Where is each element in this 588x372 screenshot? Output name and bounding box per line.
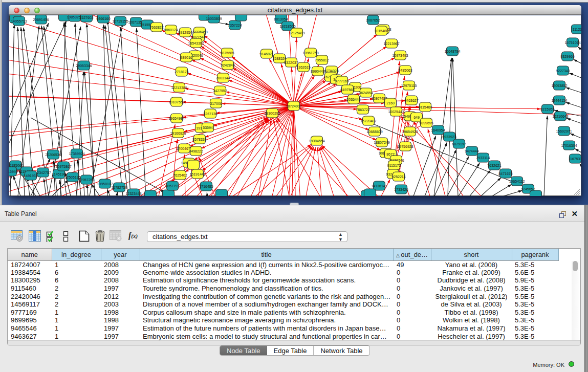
svg-text:18724007: 18724007	[286, 104, 301, 108]
svg-text:16191441: 16191441	[189, 172, 205, 176]
svg-text:18807249: 18807249	[374, 141, 389, 144]
svg-text:1491931: 1491931	[24, 174, 37, 178]
svg-text:9777169: 9777169	[335, 79, 349, 83]
svg-text:9899695: 9899695	[419, 121, 433, 125]
svg-text:1588520: 1588520	[272, 57, 286, 60]
svg-text:16210643: 16210643	[552, 115, 568, 118]
svg-text:3427552: 3427552	[213, 89, 227, 93]
svg-text:20691406: 20691406	[33, 18, 49, 21]
svg-text:1015480: 1015480	[374, 29, 388, 33]
svg-text:3498222: 3498222	[189, 149, 203, 153]
svg-text:10961758: 10961758	[302, 51, 318, 55]
svg-text:18300295: 18300295	[264, 112, 280, 115]
svg-text:19166825: 19166825	[170, 132, 186, 135]
svg-text:10973493: 10973493	[392, 54, 408, 57]
svg-text:15720407: 15720407	[360, 119, 376, 123]
svg-text:1145190: 1145190	[52, 172, 66, 176]
svg-text:1527602: 1527602	[79, 16, 93, 19]
svg-text:7625402: 7625402	[173, 173, 187, 177]
svg-text:1733426: 1733426	[394, 188, 408, 191]
svg-text:8322037: 8322037	[284, 61, 298, 64]
svg-text:16543382: 16543382	[188, 41, 204, 45]
svg-text:8990448: 8990448	[311, 70, 324, 73]
svg-text:2160: 2160	[386, 101, 395, 105]
svg-text:8471676: 8471676	[498, 172, 512, 176]
svg-text:10025443: 10025443	[388, 110, 404, 114]
svg-text:6466160: 6466160	[96, 17, 110, 20]
svg-text:8813054: 8813054	[274, 17, 288, 21]
svg-text:9227343: 9227343	[556, 69, 570, 73]
svg-text:14136141: 14136141	[371, 184, 387, 188]
svg-text:3267130: 3267130	[203, 112, 217, 116]
svg-text:9329966: 9329966	[560, 55, 574, 58]
svg-text:17016504: 17016504	[561, 144, 577, 147]
svg-text:8578334: 8578334	[192, 138, 206, 141]
svg-text:2933114: 2933114	[476, 156, 490, 160]
svg-text:20206536: 20206536	[45, 153, 61, 157]
svg-text:7357224: 7357224	[228, 24, 242, 27]
svg-text:11123: 11123	[573, 28, 581, 31]
svg-text:3915940: 3915940	[9, 170, 18, 173]
svg-text:9242848: 9242848	[221, 63, 234, 67]
svg-text:30975867: 30975867	[55, 165, 71, 168]
svg-text:12213389: 12213389	[171, 86, 187, 90]
svg-text:7955812: 7955812	[315, 58, 329, 62]
svg-text:3875685: 3875685	[220, 51, 234, 55]
svg-text:3624554: 3624554	[359, 91, 373, 95]
svg-text:1640954: 1640954	[431, 128, 445, 132]
svg-text:9860124: 9860124	[164, 28, 178, 32]
svg-text:5933923: 5933923	[442, 135, 456, 139]
svg-text:989016: 989016	[180, 56, 192, 59]
svg-text:15692971: 15692971	[556, 129, 572, 133]
svg-text:19654923: 19654923	[402, 130, 418, 134]
svg-text:19756928: 19756928	[397, 145, 413, 148]
svg-text:16782759: 16782759	[111, 186, 127, 189]
svg-text:12323448: 12323448	[125, 192, 141, 195]
svg-text:7663822: 7663822	[149, 26, 163, 29]
svg-text:15751074: 15751074	[564, 41, 580, 45]
svg-text:16033809: 16033809	[206, 17, 222, 20]
svg-text:9115172: 9115172	[387, 164, 401, 167]
svg-text:2036446: 2036446	[346, 98, 360, 101]
svg-text:649: 649	[413, 116, 420, 119]
svg-text:7863722: 7863722	[356, 108, 369, 112]
svg-text:12125419: 12125419	[289, 31, 304, 35]
svg-text:2087652: 2087652	[366, 18, 380, 22]
svg-text:12975115: 12975115	[401, 84, 417, 87]
svg-text:7485063: 7485063	[398, 69, 412, 72]
svg-text:53594: 53594	[203, 126, 213, 129]
svg-text:10107553: 10107553	[168, 100, 184, 104]
svg-text:5716485: 5716485	[199, 185, 213, 188]
svg-text:10719155: 10719155	[112, 19, 128, 23]
svg-text:8215955: 8215955	[540, 107, 554, 111]
svg-text:12093852: 12093852	[551, 84, 567, 87]
svg-text:19384554: 19384554	[309, 139, 324, 143]
svg-text:19218506: 19218506	[279, 25, 295, 28]
svg-text:14055713: 14055713	[11, 19, 27, 23]
svg-text:8912954: 8912954	[178, 31, 192, 34]
svg-text:7632621: 7632621	[487, 164, 501, 167]
svg-text:10654112: 10654112	[509, 180, 525, 183]
svg-text:16648784: 16648784	[444, 50, 460, 53]
svg-text:29053346: 29053346	[76, 64, 92, 68]
svg-text:9252214: 9252214	[391, 175, 405, 179]
svg-text:6497568: 6497568	[340, 88, 354, 92]
svg-text:9463627: 9463627	[404, 99, 418, 102]
svg-text:12213967: 12213967	[383, 42, 399, 46]
svg-text:12444154: 12444154	[551, 99, 567, 102]
svg-text:6879197: 6879197	[452, 142, 466, 146]
svg-text:19654984: 19654984	[168, 117, 184, 120]
svg-text:9146821: 9146821	[259, 52, 273, 56]
svg-text:9115460: 9115460	[419, 105, 432, 109]
svg-text:10958107: 10958107	[97, 182, 113, 186]
svg-text:2803144: 2803144	[216, 76, 230, 80]
svg-text:1362615: 1362615	[296, 65, 310, 69]
svg-text:17957253: 17957253	[78, 178, 94, 182]
svg-text:10688609: 10688609	[366, 130, 382, 134]
svg-text:9474444: 9474444	[465, 149, 478, 153]
svg-text:1167531: 1167531	[569, 157, 581, 161]
svg-text:317006: 317006	[210, 102, 222, 105]
svg-text:2718176: 2718176	[175, 70, 188, 74]
svg-text:17359924: 17359924	[69, 152, 84, 156]
svg-text:9857791: 9857791	[165, 184, 179, 188]
